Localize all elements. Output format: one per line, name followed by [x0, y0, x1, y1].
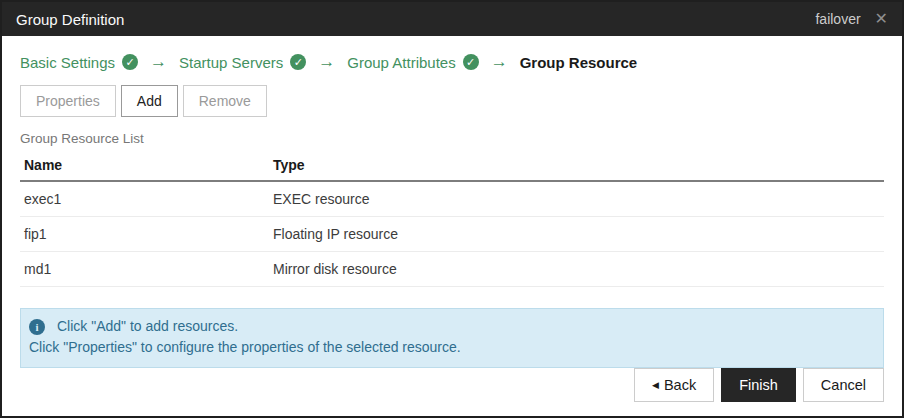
cancel-button[interactable]: Cancel	[803, 368, 884, 402]
resource-name-cell: exec1	[20, 181, 269, 217]
group-definition-dialog: Group Definition failover ✕ Basic Settin…	[0, 0, 904, 418]
resource-name-cell: fip1	[20, 217, 269, 252]
arrow-right-icon: →	[491, 52, 508, 72]
wizard-step-startup-servers[interactable]: Startup Servers ✓	[179, 54, 306, 71]
add-button[interactable]: Add	[121, 85, 178, 117]
wizard-step-group-attributes[interactable]: Group Attributes ✓	[347, 54, 478, 71]
dialog-title: Group Definition	[16, 11, 124, 28]
info-line-1: Click "Add" to add resources.	[57, 316, 238, 337]
dialog-titlebar: Group Definition failover ✕	[2, 2, 902, 36]
dialog-footer: ◀ Back Finish Cancel	[2, 368, 902, 416]
wizard-step-label: Group Resource	[520, 54, 638, 71]
resource-name-cell: md1	[20, 252, 269, 287]
resource-type-cell: Mirror disk resource	[269, 252, 884, 287]
back-button[interactable]: ◀ Back	[634, 368, 714, 402]
arrow-right-icon: →	[318, 52, 335, 72]
table-row[interactable]: fip1 Floating IP resource	[20, 217, 884, 252]
resource-type-cell: Floating IP resource	[269, 217, 884, 252]
table-row[interactable]: exec1 EXEC resource	[20, 181, 884, 217]
back-triangle-icon: ◀	[652, 381, 659, 390]
wizard-step-group-resource: Group Resource	[520, 54, 638, 71]
properties-button[interactable]: Properties	[20, 85, 116, 117]
arrow-right-icon: →	[150, 52, 167, 72]
table-header-row: Name Type	[20, 150, 884, 181]
info-icon: i	[29, 319, 45, 335]
wizard-step-basic-settings[interactable]: Basic Settings ✓	[20, 54, 138, 71]
check-circle-icon: ✓	[290, 54, 306, 70]
column-header-type: Type	[269, 150, 884, 181]
wizard-step-label: Startup Servers	[179, 54, 283, 71]
column-header-name: Name	[20, 150, 269, 181]
table-row[interactable]: md1 Mirror disk resource	[20, 252, 884, 287]
list-caption: Group Resource List	[20, 131, 884, 146]
check-circle-icon: ✓	[463, 54, 479, 70]
back-button-label: Back	[664, 377, 696, 393]
wizard-breadcrumb: Basic Settings ✓ → Startup Servers ✓ → G…	[20, 52, 884, 72]
info-line-1-wrap: i Click "Add" to add resources.	[29, 316, 871, 337]
info-line-2: Click "Properties" to configure the prop…	[29, 337, 871, 358]
context-label: failover	[815, 11, 860, 27]
finish-button[interactable]: Finish	[721, 368, 796, 402]
dialog-content: Basic Settings ✓ → Startup Servers ✓ → G…	[2, 36, 902, 368]
close-icon[interactable]: ✕	[875, 11, 888, 27]
check-circle-icon: ✓	[122, 54, 138, 70]
resource-type-cell: EXEC resource	[269, 181, 884, 217]
remove-button[interactable]: Remove	[183, 85, 267, 117]
info-message-box: i Click "Add" to add resources. Click "P…	[20, 308, 884, 368]
group-resource-table: Name Type exec1 EXEC resource fip1 Float…	[20, 150, 884, 287]
wizard-step-label: Basic Settings	[20, 54, 115, 71]
wizard-step-label: Group Attributes	[347, 54, 455, 71]
resource-toolbar: Properties Add Remove	[20, 85, 884, 117]
